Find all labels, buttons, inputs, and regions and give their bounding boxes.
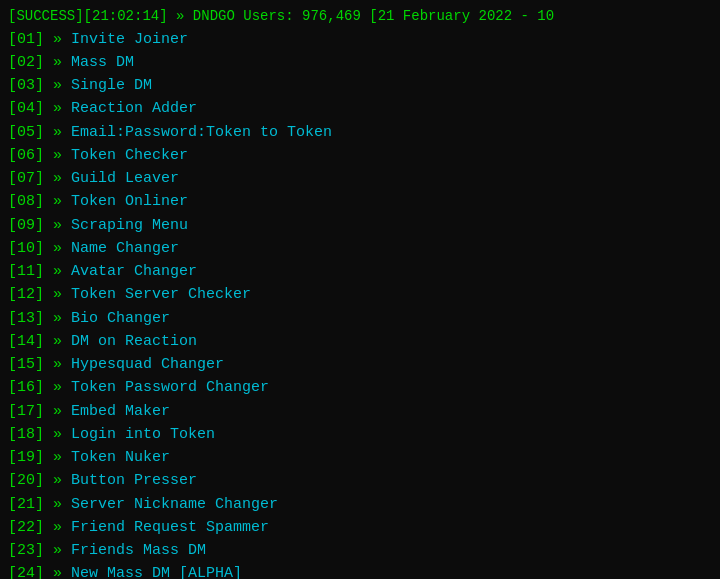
menu-item-arrow: »	[44, 423, 71, 446]
menu-item-number: [17]	[8, 400, 44, 423]
menu-item-arrow: »	[44, 283, 71, 306]
menu-item-label: Friends Mass DM	[71, 539, 206, 562]
menu-item-arrow: »	[44, 539, 71, 562]
menu-item-label: Email:Password:Token to Token	[71, 121, 332, 144]
menu-item-number: [13]	[8, 307, 44, 330]
menu-item-label: Single DM	[71, 74, 152, 97]
menu-item-label: Mass DM	[71, 51, 134, 74]
menu-item-arrow: »	[44, 376, 71, 399]
menu-item-label: Friend Request Spammer	[71, 516, 269, 539]
menu-item[interactable]: [09] » Scraping Menu	[8, 214, 712, 237]
menu-item-label: Embed Maker	[71, 400, 170, 423]
menu-item-label: Scraping Menu	[71, 214, 188, 237]
menu-item-number: [21]	[8, 493, 44, 516]
menu-item-arrow: »	[44, 260, 71, 283]
menu-item-arrow: »	[44, 400, 71, 423]
menu-item[interactable]: [05] » Email:Password:Token to Token	[8, 121, 712, 144]
menu-item-number: [03]	[8, 74, 44, 97]
menu-item-label: Guild Leaver	[71, 167, 179, 190]
menu-item-label: Token Checker	[71, 144, 188, 167]
menu-item-label: Login into Token	[71, 423, 215, 446]
menu-item-label: Token Nuker	[71, 446, 170, 469]
menu-item-arrow: »	[44, 121, 71, 144]
menu-item-number: [08]	[8, 190, 44, 213]
terminal: [SUCCESS][21:02:14] » DNDGO Users: 976,4…	[0, 0, 720, 579]
menu-item-arrow: »	[44, 28, 71, 51]
menu-item[interactable]: [15] » Hypesquad Changer	[8, 353, 712, 376]
menu-item-label: Server Nickname Changer	[71, 493, 278, 516]
menu-item-number: [12]	[8, 283, 44, 306]
menu-item-arrow: »	[44, 167, 71, 190]
menu-item-arrow: »	[44, 330, 71, 353]
menu-item-number: [06]	[8, 144, 44, 167]
menu-item-arrow: »	[44, 493, 71, 516]
menu-item-number: [16]	[8, 376, 44, 399]
menu-item-arrow: »	[44, 516, 71, 539]
menu-item[interactable]: [01] » Invite Joiner	[8, 28, 712, 51]
menu-item[interactable]: [21] » Server Nickname Changer	[8, 493, 712, 516]
menu-item-arrow: »	[44, 214, 71, 237]
menu-item-number: [09]	[8, 214, 44, 237]
menu-item-arrow: »	[44, 190, 71, 213]
menu-item[interactable]: [10] » Name Changer	[8, 237, 712, 260]
menu-item-arrow: »	[44, 51, 71, 74]
menu-item[interactable]: [14] » DM on Reaction	[8, 330, 712, 353]
menu-item-number: [02]	[8, 51, 44, 74]
menu-item-number: [15]	[8, 353, 44, 376]
menu-item-label: DM on Reaction	[71, 330, 197, 353]
menu-item-label: New Mass DM [ALPHA]	[71, 562, 242, 579]
menu-item-label: Token Onliner	[71, 190, 188, 213]
menu-item[interactable]: [19] » Token Nuker	[8, 446, 712, 469]
menu-item-label: Token Server Checker	[71, 283, 251, 306]
menu-item[interactable]: [18] » Login into Token	[8, 423, 712, 446]
menu-item-label: Avatar Changer	[71, 260, 197, 283]
menu-item[interactable]: [11] » Avatar Changer	[8, 260, 712, 283]
menu-item-number: [01]	[8, 28, 44, 51]
menu-item[interactable]: [13] » Bio Changer	[8, 307, 712, 330]
menu-item[interactable]: [22] » Friend Request Spammer	[8, 516, 712, 539]
menu-item-arrow: »	[44, 97, 71, 120]
menu-item-arrow: »	[44, 469, 71, 492]
menu-item-arrow: »	[44, 74, 71, 97]
menu-item[interactable]: [07] » Guild Leaver	[8, 167, 712, 190]
menu-item-number: [05]	[8, 121, 44, 144]
menu-item-arrow: »	[44, 446, 71, 469]
menu-item[interactable]: [20] » Button Presser	[8, 469, 712, 492]
menu-item-label: Invite Joiner	[71, 28, 188, 51]
menu-item-label: Reaction Adder	[71, 97, 197, 120]
menu-item-number: [24]	[8, 562, 44, 579]
menu-item[interactable]: [12] » Token Server Checker	[8, 283, 712, 306]
menu-item[interactable]: [08] » Token Onliner	[8, 190, 712, 213]
menu-item[interactable]: [17] » Embed Maker	[8, 400, 712, 423]
menu-item[interactable]: [24] » New Mass DM [ALPHA]	[8, 562, 712, 579]
menu-item[interactable]: [03] » Single DM	[8, 74, 712, 97]
menu-item-number: [18]	[8, 423, 44, 446]
menu-item-number: [20]	[8, 469, 44, 492]
menu-item-label: Button Presser	[71, 469, 197, 492]
menu-item-label: Name Changer	[71, 237, 179, 260]
menu-item-number: [04]	[8, 97, 44, 120]
menu-item-arrow: »	[44, 562, 71, 579]
menu-item-number: [14]	[8, 330, 44, 353]
menu-item-number: [11]	[8, 260, 44, 283]
menu-item-number: [07]	[8, 167, 44, 190]
menu-item-number: [10]	[8, 237, 44, 260]
menu-item-arrow: »	[44, 144, 71, 167]
menu-item-arrow: »	[44, 237, 71, 260]
menu-item[interactable]: [06] » Token Checker	[8, 144, 712, 167]
menu-item-arrow: »	[44, 353, 71, 376]
menu-item[interactable]: [23] » Friends Mass DM	[8, 539, 712, 562]
menu-item[interactable]: [16] » Token Password Changer	[8, 376, 712, 399]
menu-item-label: Token Password Changer	[71, 376, 269, 399]
menu-item-arrow: »	[44, 307, 71, 330]
menu-item[interactable]: [02] » Mass DM	[8, 51, 712, 74]
menu-item-label: Bio Changer	[71, 307, 170, 330]
menu-item-number: [22]	[8, 516, 44, 539]
menu-item-label: Hypesquad Changer	[71, 353, 224, 376]
menu-item-number: [23]	[8, 539, 44, 562]
menu-item[interactable]: [04] » Reaction Adder	[8, 97, 712, 120]
menu-item-number: [19]	[8, 446, 44, 469]
success-line: [SUCCESS][21:02:14] » DNDGO Users: 976,4…	[8, 6, 712, 28]
